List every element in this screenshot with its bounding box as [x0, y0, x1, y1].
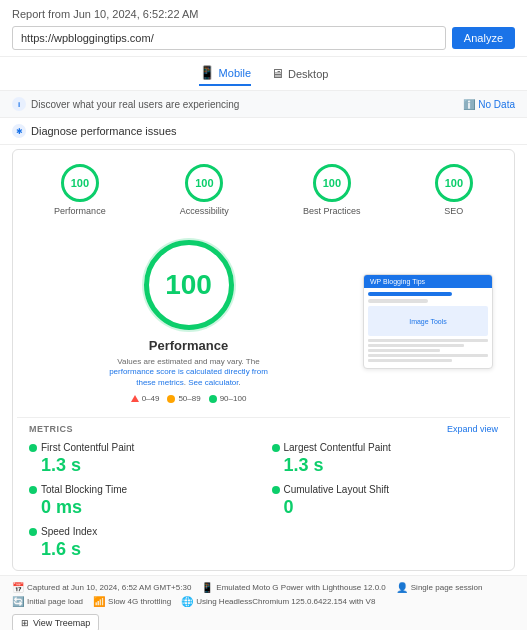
- calendar-icon: 📅: [12, 582, 24, 593]
- metric-name-tbt: Total Blocking Time: [41, 484, 127, 495]
- metric-si: Speed Index 1.6 s: [29, 526, 256, 560]
- preview-mini-line-4: [368, 354, 488, 357]
- score-seo: 100 SEO: [435, 164, 473, 216]
- refresh-icon: 🔄: [12, 596, 24, 607]
- tab-desktop[interactable]: 🖥 Desktop: [271, 65, 328, 86]
- metric-dot-fcp: [29, 444, 37, 452]
- legend-pass: 90–100: [209, 394, 247, 403]
- phone-icon: 📱: [201, 582, 213, 593]
- expand-view-button[interactable]: Expand view: [447, 424, 498, 434]
- mobile-icon: 📱: [199, 65, 215, 80]
- treemap-icon: ⊞: [21, 618, 29, 628]
- metric-dot-tbt: [29, 486, 37, 494]
- view-treemap-button[interactable]: ⊞ View Treemap: [12, 614, 99, 630]
- preview-lines-group: [368, 339, 488, 362]
- score-performance: 100 Performance: [54, 164, 106, 216]
- real-users-text: Discover what your real users are experi…: [31, 99, 239, 110]
- metric-value-si: 1.6 s: [41, 539, 256, 560]
- score-best-practices: 100 Best Practices: [303, 164, 361, 216]
- header: Report from Jun 10, 2024, 6:52:22 AM Ana…: [0, 0, 527, 145]
- site-preview: WP Blogging Tips Image Tools: [358, 230, 498, 413]
- legend-fail-range: 0–49: [142, 394, 160, 403]
- footer-emulated: 📱 Emulated Moto G Power with Lighthouse …: [201, 582, 385, 593]
- footer-captured-text: Captured at Jun 10, 2024, 6:52 AM GMT+5:…: [27, 583, 191, 592]
- average-icon: [167, 395, 175, 403]
- main-score-left: 100 Performance Values are estimated and…: [29, 230, 348, 413]
- pass-icon: [209, 395, 217, 403]
- footer-throttle: 📶 Slow 4G throttling: [93, 596, 171, 607]
- metric-value-lcp: 1.3 s: [284, 455, 499, 476]
- legend-average-range: 50–89: [178, 394, 200, 403]
- info-circle-icon: ℹ️: [463, 99, 475, 110]
- real-users-bar: i Discover what your real users are expe…: [0, 91, 527, 118]
- legend-pass-range: 90–100: [220, 394, 247, 403]
- footer-session: 👤 Single page session: [396, 582, 483, 593]
- diagnose-text: Diagnose performance issues: [31, 125, 177, 137]
- score-legend: 0–49 50–89 90–100: [131, 394, 247, 403]
- footer-emulated-text: Emulated Moto G Power with Lighthouse 12…: [216, 583, 385, 592]
- metric-name-cls: Cumulative Layout Shift: [284, 484, 390, 495]
- score-circle-accessibility: 100: [185, 164, 223, 202]
- footer-browser-text: Using HeadlessChromium 125.0.6422.154 wi…: [196, 597, 375, 606]
- preview-mini-line-5: [368, 359, 452, 362]
- metrics-header: METRICS Expand view: [29, 424, 498, 434]
- diagnose-bar: ✱ Diagnose performance issues: [0, 118, 527, 145]
- score-label-accessibility: Accessibility: [180, 206, 229, 216]
- url-input[interactable]: [12, 26, 446, 50]
- no-data-link[interactable]: ℹ️ No Data: [463, 99, 515, 110]
- metric-dot-cls: [272, 486, 280, 494]
- main-score-circle: 100: [144, 240, 234, 330]
- metric-value-tbt: 0 ms: [41, 497, 256, 518]
- score-label-seo: SEO: [444, 206, 463, 216]
- diagnose-icon: ✱: [12, 124, 26, 138]
- footer-captured: 📅 Captured at Jun 10, 2024, 6:52 AM GMT+…: [12, 582, 191, 593]
- scores-section: 100 Performance 100 Accessibility 100 Be…: [12, 149, 515, 571]
- metric-cls: Cumulative Layout Shift 0: [272, 484, 499, 518]
- preview-site-name: WP Blogging Tips: [370, 278, 425, 285]
- report-title: Report from Jun 10, 2024, 6:52:22 AM: [12, 8, 515, 20]
- main-score-section: 100 Performance Values are estimated and…: [17, 222, 510, 418]
- main-score-note: Values are estimated and may vary. The p…: [99, 357, 279, 388]
- metrics-section: METRICS Expand view First Contentful Pai…: [17, 418, 510, 566]
- metric-fcp: First Contentful Paint 1.3 s: [29, 442, 256, 476]
- score-label-best-practices: Best Practices: [303, 206, 361, 216]
- footer-session-text: Single page session: [411, 583, 483, 592]
- metric-value-fcp: 1.3 s: [41, 455, 256, 476]
- metrics-grid: First Contentful Paint 1.3 s Largest Con…: [29, 442, 498, 560]
- preview-image-box: Image Tools: [368, 306, 488, 336]
- preview-card: WP Blogging Tips Image Tools: [363, 274, 493, 369]
- metric-name-fcp: First Contentful Paint: [41, 442, 134, 453]
- legend-average: 50–89: [167, 394, 200, 403]
- metric-tbt: Total Blocking Time 0 ms: [29, 484, 256, 518]
- preview-box-label: Image Tools: [409, 318, 447, 325]
- metric-name-si: Speed Index: [41, 526, 97, 537]
- footer-throttle-text: Slow 4G throttling: [108, 597, 171, 606]
- legend-fail: 0–49: [131, 394, 160, 403]
- metric-name-lcp: Largest Contentful Paint: [284, 442, 391, 453]
- desktop-icon: 🖥: [271, 66, 284, 81]
- see-calculator-link[interactable]: See calculator: [188, 378, 238, 387]
- metric-lcp: Largest Contentful Paint 1.3 s: [272, 442, 499, 476]
- footer-row-1: 📅 Captured at Jun 10, 2024, 6:52 AM GMT+…: [12, 582, 515, 593]
- score-circle-performance: 100: [61, 164, 99, 202]
- footer-pageload: 🔄 Initial page load: [12, 596, 83, 607]
- score-label-performance: Performance: [54, 206, 106, 216]
- preview-mini-line-1: [368, 339, 488, 342]
- analyze-button[interactable]: Analyze: [452, 27, 515, 49]
- metrics-label: METRICS: [29, 424, 73, 434]
- tab-mobile-label: Mobile: [219, 67, 251, 79]
- fail-icon: [131, 395, 139, 402]
- preview-header: WP Blogging Tips: [364, 275, 492, 288]
- preview-mini-line-2: [368, 344, 464, 347]
- signal-icon: 📶: [93, 596, 105, 607]
- tab-mobile[interactable]: 📱 Mobile: [199, 65, 251, 86]
- scores-row: 100 Performance 100 Accessibility 100 Be…: [17, 158, 510, 222]
- footer-info: 📅 Captured at Jun 10, 2024, 6:52 AM GMT+…: [0, 575, 527, 630]
- preview-body: Image Tools: [364, 288, 492, 368]
- score-circle-seo: 100: [435, 164, 473, 202]
- view-treemap-label: View Treemap: [33, 618, 90, 628]
- footer-row-2: 🔄 Initial page load 📶 Slow 4G throttling…: [12, 596, 515, 607]
- person-icon: 👤: [396, 582, 408, 593]
- score-circle-best-practices: 100: [313, 164, 351, 202]
- footer-browser: 🌐 Using HeadlessChromium 125.0.6422.154 …: [181, 596, 375, 607]
